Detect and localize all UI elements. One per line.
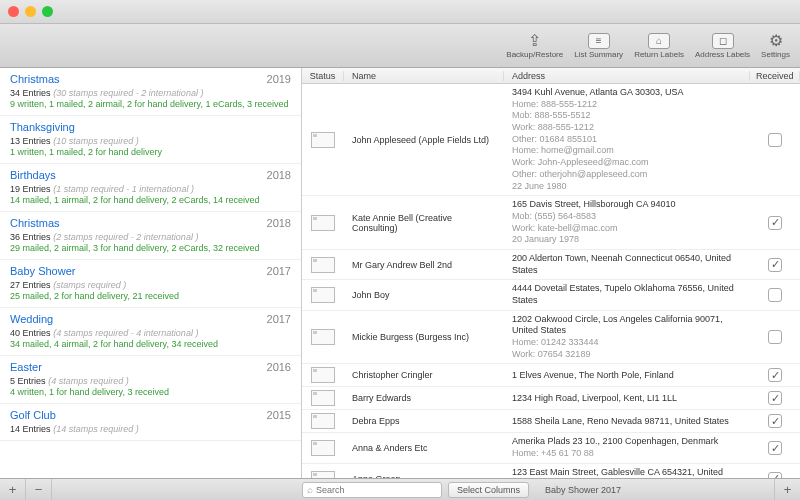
contact-row[interactable]: Mr Gary Andrew Bell 2nd200 Alderton Town… xyxy=(302,250,800,280)
contact-name: Kate Annie Bell (Creative Consulting) xyxy=(344,210,504,236)
col-status[interactable]: Status xyxy=(302,71,344,81)
contact-name: Anne Green xyxy=(344,471,504,479)
toolbar-settings[interactable]: ⚙Settings xyxy=(757,31,794,61)
contact-address: 1 Elves Avenue, The North Pole, Finland xyxy=(504,367,750,385)
sidebar-item[interactable]: Baby Shower201727 Entries (stamps requir… xyxy=(0,260,301,308)
select-columns-button[interactable]: Select Columns xyxy=(448,482,529,498)
contact-row[interactable]: Anna & Anders EtcAmerika Plads 23 10., 2… xyxy=(302,433,800,463)
list-name: Golf Club xyxy=(10,409,56,421)
received-checkbox[interactable]: ✓ xyxy=(768,391,782,405)
remove-button[interactable]: − xyxy=(26,479,52,500)
contact-name: Anna & Anders Etc xyxy=(344,440,504,456)
list-name: Easter xyxy=(10,361,42,373)
list-year: 2018 xyxy=(267,217,291,229)
contact-row[interactable]: Mickie Burgess (Burgess Inc)1202 Oakwood… xyxy=(302,311,800,365)
contacts-rows[interactable]: John Appleseed (Apple Fields Ltd)3494 Ku… xyxy=(302,84,800,478)
toolbar-return-labels[interactable]: ⌂Return Labels xyxy=(630,31,688,61)
list-year: 2018 xyxy=(267,169,291,181)
list-name: Christmas xyxy=(10,217,60,229)
col-address[interactable]: Address xyxy=(504,71,750,81)
search-input[interactable] xyxy=(316,485,437,495)
list-name: Thanksgiving xyxy=(10,121,75,133)
add-button[interactable]: + xyxy=(0,479,26,500)
received-checkbox[interactable]: ✓ xyxy=(768,216,782,230)
contact-address: 4444 Dovetail Estates, Tupelo Oklahoma 7… xyxy=(504,280,750,309)
envelope-icon xyxy=(311,440,335,456)
search-icon: ⌕ xyxy=(307,484,313,495)
toolbar-list-summary[interactable]: ≡List Summary xyxy=(570,31,627,61)
contacts-panel: Status Name Address Received John Apples… xyxy=(302,68,800,478)
col-received[interactable]: Received xyxy=(750,71,800,81)
sidebar-item[interactable]: Wedding201740 Entries (4 stamps required… xyxy=(0,308,301,356)
received-checkbox[interactable]: ✓ xyxy=(768,258,782,272)
contact-name: Christopher Cringler xyxy=(344,367,504,383)
sidebar-item[interactable]: Thanksgiving13 Entries (10 stamps requir… xyxy=(0,116,301,164)
col-name[interactable]: Name xyxy=(344,71,504,81)
return-labels-icon: ⌂ xyxy=(648,33,670,49)
sidebar-item[interactable]: Golf Club201514 Entries (14 stamps requi… xyxy=(0,404,301,441)
address-labels-icon: ◻ xyxy=(712,33,734,49)
contact-address: Amerika Plads 23 10., 2100 Copenhagen, D… xyxy=(504,433,750,462)
contact-name: Debra Epps xyxy=(344,413,504,429)
received-checkbox[interactable] xyxy=(768,133,782,147)
received-checkbox[interactable] xyxy=(768,288,782,302)
contact-name: John Boy xyxy=(344,287,504,303)
sidebar-item[interactable]: Christmas201934 Entries (30 stamps requi… xyxy=(0,68,301,116)
list-year: 2015 xyxy=(267,409,291,421)
list-year: 2017 xyxy=(267,313,291,325)
contact-address: 3494 Kuhl Avenue, Atlanta GA 30303, USAH… xyxy=(504,84,750,195)
list-year: 2019 xyxy=(267,73,291,85)
envelope-icon xyxy=(311,367,335,383)
contact-row[interactable]: John Boy4444 Dovetail Estates, Tupelo Ok… xyxy=(302,280,800,310)
received-checkbox[interactable]: ✓ xyxy=(768,414,782,428)
titlebar xyxy=(0,0,800,24)
envelope-icon xyxy=(311,329,335,345)
footer: + − ⌕ Select Columns Baby Shower 2017 + xyxy=(0,478,800,500)
contact-name: John Appleseed (Apple Fields Ltd) xyxy=(344,132,504,148)
list-year: 2017 xyxy=(267,265,291,277)
list-name: Wedding xyxy=(10,313,53,325)
envelope-icon xyxy=(311,471,335,479)
envelope-icon xyxy=(311,257,335,273)
sidebar-item[interactable]: Birthdays201819 Entries (1 stamp require… xyxy=(0,164,301,212)
contact-row[interactable]: Kate Annie Bell (Creative Consulting)165… xyxy=(302,196,800,250)
toolbar-address-labels[interactable]: ◻Address Labels xyxy=(691,31,754,61)
received-checkbox[interactable]: ✓ xyxy=(768,441,782,455)
received-checkbox[interactable] xyxy=(768,330,782,344)
contact-address: 165 Davis Street, Hillsborough CA 94010M… xyxy=(504,196,750,249)
minimize-button[interactable] xyxy=(25,6,36,17)
contact-row[interactable]: John Appleseed (Apple Fields Ltd)3494 Ku… xyxy=(302,84,800,196)
close-button[interactable] xyxy=(8,6,19,17)
list-summary-icon: ≡ xyxy=(588,33,610,49)
table-header: Status Name Address Received xyxy=(302,68,800,84)
received-checkbox[interactable]: ✓ xyxy=(768,368,782,382)
envelope-icon xyxy=(311,132,335,148)
contact-name: Mr Gary Andrew Bell 2nd xyxy=(344,257,504,273)
contact-address: 200 Alderton Town, Neenah Connecticut 06… xyxy=(504,250,750,279)
window-controls xyxy=(8,6,53,17)
list-name: Baby Shower xyxy=(10,265,75,277)
list-year: 2016 xyxy=(267,361,291,373)
footer-add-right[interactable]: + xyxy=(774,479,800,500)
toolbar-backup-restore[interactable]: ⇪Backup/Restore xyxy=(502,31,567,61)
contact-row[interactable]: Debra Epps1588 Sheila Lane, Reno Nevada … xyxy=(302,410,800,433)
search-box[interactable]: ⌕ xyxy=(302,482,442,498)
contact-row[interactable]: Anne Green123 East Main Street, Gablesvi… xyxy=(302,464,800,478)
sidebar[interactable]: Christmas201934 Entries (30 stamps requi… xyxy=(0,68,302,478)
contact-row[interactable]: Barry Edwards1234 High Road, Liverpool, … xyxy=(302,387,800,410)
toolbar: ⇪Backup/Restore≡List Summary⌂Return Labe… xyxy=(0,24,800,68)
contact-address: 1202 Oakwood Circle, Los Angeles Califor… xyxy=(504,311,750,364)
sidebar-item[interactable]: Christmas201836 Entries (2 stamps requir… xyxy=(0,212,301,260)
envelope-icon xyxy=(311,215,335,231)
contact-name: Barry Edwards xyxy=(344,390,504,406)
sidebar-item[interactable]: Easter20165 Entries (4 stamps required )… xyxy=(0,356,301,404)
contact-address: 123 East Main Street, Gablesville CA 654… xyxy=(504,464,750,478)
contact-row[interactable]: Christopher Cringler1 Elves Avenue, The … xyxy=(302,364,800,387)
context-label: Baby Shower 2017 xyxy=(535,485,774,495)
contact-address: 1234 High Road, Liverpool, Kent, LI1 1LL xyxy=(504,390,750,408)
settings-icon: ⚙ xyxy=(765,33,787,49)
backup-restore-icon: ⇪ xyxy=(524,33,546,49)
list-name: Christmas xyxy=(10,73,60,85)
maximize-button[interactable] xyxy=(42,6,53,17)
contact-address: 1588 Sheila Lane, Reno Nevada 98711, Uni… xyxy=(504,413,750,431)
